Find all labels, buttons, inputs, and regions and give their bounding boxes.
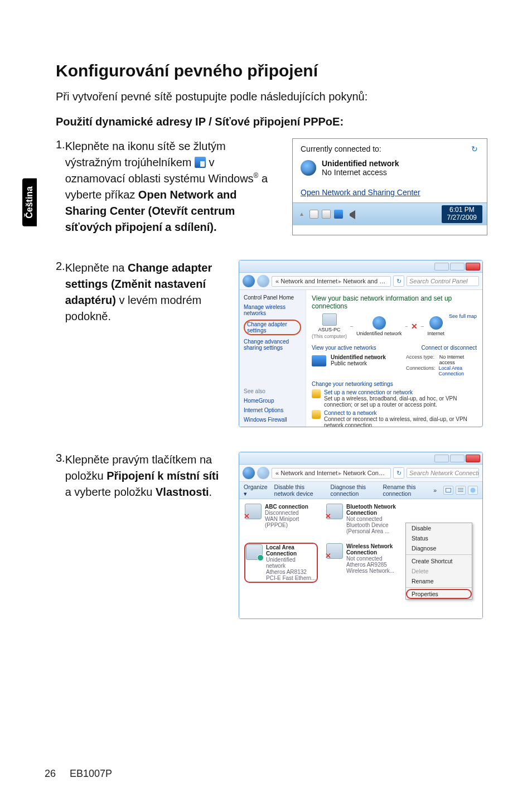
network-entry-icon bbox=[312, 355, 326, 366]
volume-icon[interactable] bbox=[346, 210, 355, 219]
page-footer: 26 EB1007P bbox=[45, 768, 112, 780]
globe-icon bbox=[301, 160, 316, 176]
window-minimize-button[interactable] bbox=[434, 455, 449, 462]
menu-properties[interactable]: Properties bbox=[406, 589, 472, 599]
rename-connection-button[interactable]: Rename this connection bbox=[383, 484, 427, 497]
page-heading: Konfigurování pevného připojení bbox=[56, 61, 487, 80]
view-button-1[interactable] bbox=[443, 486, 453, 495]
menu-diagnose[interactable]: Diagnose bbox=[406, 543, 472, 553]
window-titlebar bbox=[239, 452, 482, 465]
breadcrumb[interactable]: « Network and Internet▸Network and Shari… bbox=[272, 276, 391, 287]
taskbar-tray: ▲ 6:01 PM 7/27/2009 bbox=[293, 202, 487, 225]
view-button-2[interactable] bbox=[456, 486, 466, 495]
network-icon[interactable] bbox=[334, 210, 343, 219]
network-status: No Internet access bbox=[322, 168, 387, 177]
internet-icon bbox=[429, 316, 443, 330]
toolbar-more[interactable]: » bbox=[433, 487, 437, 494]
menu-status[interactable]: Status bbox=[406, 533, 472, 543]
step-3-part3: . bbox=[209, 486, 212, 498]
screenshot-network-connections: « Network and Internet▸Network Connectio… bbox=[239, 452, 483, 619]
see-full-map-link[interactable]: See full map bbox=[449, 313, 477, 319]
screenshot-network-flyout: Currently connected to: ↻ Unidentified n… bbox=[292, 138, 487, 235]
task-connect-network[interactable]: Connect to a network bbox=[324, 410, 377, 416]
address-refresh-icon[interactable]: ↻ bbox=[393, 276, 404, 287]
nav-back-button[interactable] bbox=[243, 467, 255, 479]
step-3-number: 3. bbox=[56, 452, 65, 500]
step-3-bold1: Připojení k místní síti bbox=[107, 470, 219, 482]
nav-back-button[interactable] bbox=[243, 275, 255, 287]
page: Konfigurování pevného připojení Při vytv… bbox=[0, 0, 532, 619]
access-val: No Internet access bbox=[439, 354, 477, 365]
nav-forward-button[interactable] bbox=[257, 275, 269, 287]
connection-item[interactable]: Bluetooth Network ConnectionNot connecte… bbox=[326, 504, 399, 534]
task-icon bbox=[312, 410, 321, 419]
screenshot-sharing-center: « Network and Internet▸Network and Shari… bbox=[239, 260, 483, 427]
homegroup-link[interactable]: HomeGroup bbox=[244, 398, 301, 404]
step-2-number: 2. bbox=[56, 260, 65, 325]
step-1-row: 1. Klepněte na ikonu sítě se žlutým výst… bbox=[56, 138, 487, 235]
change-settings-label: Change your networking settings bbox=[312, 381, 477, 387]
address-bar: « Network and Internet▸Network Connectio… bbox=[239, 465, 482, 482]
menu-disable[interactable]: Disable bbox=[406, 523, 472, 533]
disable-device-button[interactable]: Disable this network device bbox=[274, 484, 324, 497]
network-name: Unidentified network bbox=[322, 159, 399, 168]
action-center-icon[interactable] bbox=[309, 210, 318, 219]
step-3-row: 3. Klepněte pravým tlačítkem na položku … bbox=[56, 452, 487, 619]
task-connect-network-desc: Connect or reconnect to a wireless, wire… bbox=[324, 416, 467, 427]
connect-disconnect-link[interactable]: Connect or disconnect bbox=[421, 345, 477, 351]
refresh-icon[interactable]: ↻ bbox=[470, 144, 479, 153]
step-1-number: 1. bbox=[56, 138, 65, 235]
tray-chevron-icon[interactable]: ▲ bbox=[297, 210, 306, 219]
model-name: EB1007P bbox=[70, 768, 112, 779]
active-networks-label: View your active networks bbox=[312, 345, 376, 351]
nav-forward-button[interactable] bbox=[257, 467, 269, 479]
organize-menu[interactable]: Organize ▾ bbox=[244, 484, 268, 497]
tray-misc-icon[interactable] bbox=[322, 210, 331, 219]
window-maximize-button[interactable] bbox=[450, 263, 465, 270]
tray-clock[interactable]: 6:01 PM 7/27/2009 bbox=[442, 205, 482, 223]
network-tray-icon bbox=[195, 157, 206, 168]
connection-item[interactable]: Wireless Network ConnectionNot connected… bbox=[326, 543, 399, 582]
help-button[interactable] bbox=[468, 486, 478, 495]
search-input[interactable]: Search Network Connections bbox=[407, 468, 479, 478]
access-key: Access type: bbox=[406, 354, 436, 365]
menu-create-shortcut[interactable]: Create Shortcut bbox=[406, 556, 472, 566]
mid-label: Unidentified network bbox=[356, 331, 402, 336]
manage-wireless-link[interactable]: Manage wireless networks bbox=[244, 304, 301, 316]
task-new-connection[interactable]: Set up a new connection or network bbox=[324, 389, 413, 395]
pc-sublabel: (This computer) bbox=[312, 334, 347, 339]
unidentified-network-icon bbox=[373, 316, 386, 330]
connection-item[interactable]: Local Area ConnectionUnidentified networ… bbox=[245, 543, 317, 582]
window-close-button[interactable] bbox=[466, 455, 480, 462]
step-2-text: 2. Klepněte na Change adapter settings (… bbox=[56, 260, 223, 427]
change-adapter-settings-link[interactable]: Change adapter settings bbox=[244, 320, 301, 335]
open-network-center-link[interactable]: Open Network and Sharing Center bbox=[301, 188, 420, 197]
step-2-row: 2. Klepněte na Change adapter settings (… bbox=[56, 260, 487, 427]
see-also-label: See also bbox=[244, 388, 301, 394]
control-panel-home-link[interactable]: Control Panel Home bbox=[244, 294, 301, 301]
breadcrumb[interactable]: « Network and Internet▸Network Connectio… bbox=[272, 468, 391, 479]
connections-val[interactable]: Local Area Connection bbox=[439, 365, 477, 376]
address-refresh-icon[interactable]: ↻ bbox=[393, 467, 404, 479]
menu-rename[interactable]: Rename bbox=[406, 576, 472, 586]
advanced-sharing-link[interactable]: Change advanced sharing settings bbox=[244, 339, 301, 351]
window-maximize-button[interactable] bbox=[450, 455, 465, 462]
search-input[interactable]: Search Control Panel bbox=[407, 276, 479, 286]
connected-to-label: Currently connected to: bbox=[301, 144, 381, 153]
toolbar: Organize ▾ Disable this network device D… bbox=[239, 482, 482, 499]
task-new-connection-desc: Set up a wireless, broadband, dial-up, a… bbox=[324, 395, 457, 408]
step-2-part1: Klepněte na bbox=[65, 262, 128, 274]
entry-type: Public network bbox=[331, 360, 367, 366]
connection-broken-icon: ✕ bbox=[411, 323, 418, 329]
basic-info-title: View your basic network information and … bbox=[312, 294, 477, 310]
step-3-text: 3. Klepněte pravým tlačítkem na položku … bbox=[56, 452, 223, 619]
diagnose-connection-button[interactable]: Diagnose this connection bbox=[331, 484, 376, 497]
entry-name: Unidentified network bbox=[331, 354, 386, 360]
windows-firewall-link[interactable]: Windows Firewall bbox=[244, 417, 301, 423]
pc-icon bbox=[322, 313, 337, 326]
window-minimize-button[interactable] bbox=[434, 263, 449, 270]
internet-options-link[interactable]: Internet Options bbox=[244, 407, 301, 413]
task-icon bbox=[312, 389, 321, 398]
window-close-button[interactable] bbox=[466, 263, 480, 270]
connection-item[interactable]: ABC connectionDisconnectedWAN Miniport (… bbox=[245, 504, 317, 534]
